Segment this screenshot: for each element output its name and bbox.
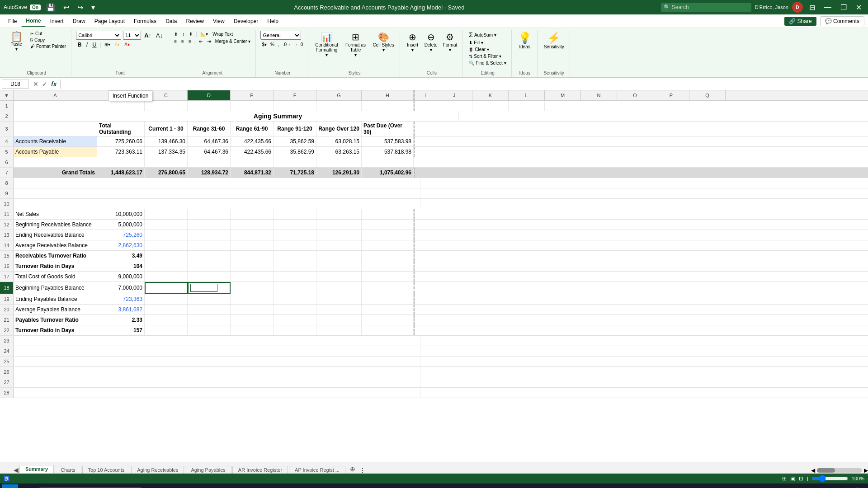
cell-g11[interactable] xyxy=(316,209,362,219)
cell-d6[interactable] xyxy=(188,157,231,167)
cell-k1[interactable] xyxy=(472,101,509,111)
fill-button[interactable]: ⬇ Fill▾ xyxy=(467,40,485,46)
cell-i16[interactable] xyxy=(414,261,436,271)
cell-h7[interactable]: 1,075,402.96 xyxy=(362,168,414,178)
cell-i5[interactable] xyxy=(414,147,436,157)
cell-i13[interactable] xyxy=(414,230,436,240)
sheet-tab-ar-invoice[interactable]: AR Invoice Register xyxy=(232,466,288,474)
taskbar-edge-icon[interactable]: 🌐 xyxy=(179,485,193,488)
formula-input[interactable] xyxy=(64,80,866,88)
menu-view[interactable]: View xyxy=(208,16,229,26)
cell-h21[interactable] xyxy=(362,315,414,325)
percent-button[interactable]: % xyxy=(269,42,276,47)
cell-c17[interactable] xyxy=(145,272,188,282)
cell-i19[interactable] xyxy=(414,294,436,304)
menu-review[interactable]: Review xyxy=(181,16,208,26)
cell-b4[interactable]: 725,260.06 xyxy=(97,136,145,146)
cell-g17[interactable] xyxy=(316,272,362,282)
cell-h17[interactable] xyxy=(362,272,414,282)
sort-filter-button[interactable]: ⇅ Sort & Filter▾ xyxy=(467,53,503,59)
cell-b17[interactable]: 9,000,000 xyxy=(97,272,145,282)
cell-h18[interactable] xyxy=(362,282,414,294)
cell-h19[interactable] xyxy=(362,294,414,304)
cell-h22[interactable] xyxy=(362,325,414,335)
cell-b3[interactable]: Total Outstanding xyxy=(97,122,145,136)
cell-b21[interactable]: 2.33 xyxy=(97,315,145,325)
align-left-button[interactable]: ≡ xyxy=(173,38,178,44)
cell-e22[interactable] xyxy=(231,325,274,335)
cell-a16[interactable]: Turnover Ratio in Days xyxy=(14,261,97,271)
cell-e16[interactable] xyxy=(231,261,274,271)
cell-e15[interactable] xyxy=(231,251,274,261)
cell-i4[interactable] xyxy=(414,136,436,146)
sensitivity-button[interactable]: ⚡ Sensitivity xyxy=(542,31,566,50)
taskbar-keyboard[interactable]: ⌨ xyxy=(807,485,821,488)
italic-button[interactable]: I xyxy=(85,41,90,48)
confirm-formula-button[interactable]: ✓ xyxy=(42,80,47,88)
cell-g21[interactable] xyxy=(316,315,362,325)
decrease-decimal-button[interactable]: ←.0 xyxy=(293,42,304,47)
cell-a11[interactable]: Net Sales xyxy=(14,209,97,219)
wrap-text-button[interactable]: Wrap Text xyxy=(211,31,234,37)
insert-function-button[interactable]: fx xyxy=(51,80,57,88)
cell-i22[interactable] xyxy=(414,325,436,335)
cell-b5[interactable]: 723,363.11 xyxy=(97,147,145,157)
cell-f21[interactable] xyxy=(274,315,316,325)
cell-b18[interactable]: 7,000,000 xyxy=(97,282,145,294)
cell-g13[interactable] xyxy=(316,230,362,240)
cell-g5[interactable]: 63,263.15 xyxy=(316,147,362,157)
cell-d16[interactable] xyxy=(188,261,231,271)
cell-h4[interactable]: 537,583.98 xyxy=(362,136,414,146)
sheet-tab-aging-recv[interactable]: Aging Receivables xyxy=(131,466,184,474)
zoom-slider[interactable] xyxy=(812,475,848,482)
text-angle-button[interactable]: 📐▾ xyxy=(199,31,209,37)
fill-color-button[interactable]: A▾ xyxy=(113,42,122,47)
cell-f7[interactable]: 71,725.18 xyxy=(274,168,316,178)
cell-d12[interactable] xyxy=(188,220,231,230)
menu-developer[interactable]: Developer xyxy=(229,16,263,26)
cell-a5[interactable]: Accounts Payable xyxy=(14,147,97,157)
cell-c13[interactable] xyxy=(145,230,188,240)
increase-indent-button[interactable]: ⇥ xyxy=(206,38,212,44)
cell-e21[interactable] xyxy=(231,315,274,325)
cell-a17[interactable]: Total Cost of Goods Sold xyxy=(14,272,97,282)
ribbon-display-button[interactable]: ⊟ xyxy=(807,2,818,13)
cell-a3[interactable] xyxy=(14,122,97,136)
col-header-p[interactable]: P xyxy=(653,90,689,100)
font-size-select[interactable]: 11 xyxy=(123,31,141,40)
bold-button[interactable]: B xyxy=(76,41,83,48)
cell-d21[interactable] xyxy=(188,315,231,325)
cell-c1[interactable] xyxy=(145,101,188,111)
align-center-button[interactable]: ≡ xyxy=(180,38,185,44)
cell-b19[interactable]: 723,363 xyxy=(97,294,145,304)
taskbar-folder-icon[interactable]: 📁 xyxy=(195,485,210,488)
cell-h16[interactable] xyxy=(362,261,414,271)
cell-a2[interactable] xyxy=(14,111,97,121)
col-header-e[interactable]: E xyxy=(231,90,274,100)
autosum-button[interactable]: Σ AutoSum▾ xyxy=(467,31,498,39)
cell-c14[interactable] xyxy=(145,240,188,250)
sheet-nav-left[interactable]: ◀ xyxy=(14,466,19,474)
cell-i15[interactable] xyxy=(414,251,436,261)
cell-g4[interactable]: 63,028.15 xyxy=(316,136,362,146)
cell-h11[interactable] xyxy=(362,209,414,219)
cell-e17[interactable] xyxy=(231,272,274,282)
cell-reference-input[interactable] xyxy=(2,80,29,89)
cell-c5[interactable]: 137,334.35 xyxy=(145,147,188,157)
cell-g22[interactable] xyxy=(316,325,362,335)
cell-a20[interactable]: Average Payables Balance xyxy=(14,305,97,314)
taskbar-task-view[interactable]: ⊡ xyxy=(146,485,161,488)
cell-g20[interactable] xyxy=(316,305,362,314)
taskbar-chrome-icon[interactable]: ⬤ xyxy=(228,485,242,488)
cell-g7[interactable]: 126,291.30 xyxy=(316,168,362,178)
cell-a14[interactable]: Average Receivables Balance xyxy=(14,240,97,250)
cell-d7[interactable]: 128,934.72 xyxy=(188,168,231,178)
decrease-font-button[interactable]: A↓ xyxy=(155,32,164,39)
col-header-d[interactable]: D xyxy=(188,90,231,100)
cell-i7[interactable] xyxy=(414,168,436,178)
sheet-tab-aging-pay[interactable]: Aging Payables xyxy=(185,466,231,474)
underline-button[interactable]: U xyxy=(91,41,98,48)
restore-button[interactable]: ❐ xyxy=(838,2,849,13)
cell-e7[interactable]: 844,871.32 xyxy=(231,168,274,178)
cell-f16[interactable] xyxy=(274,261,316,271)
